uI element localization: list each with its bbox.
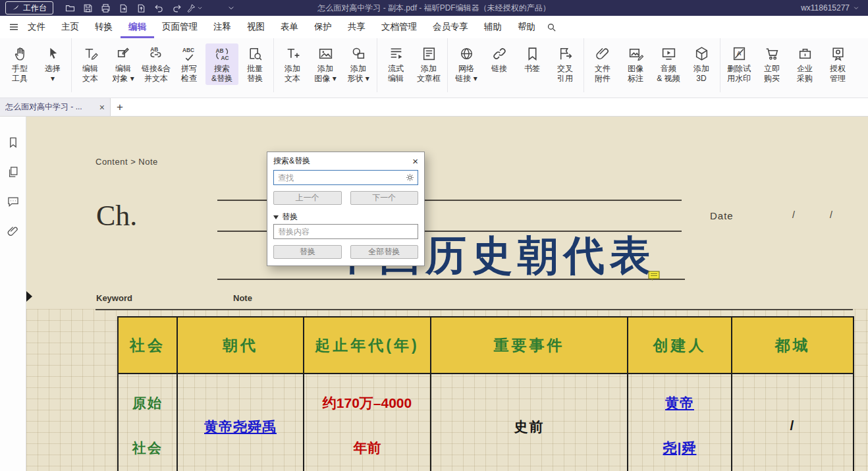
date-slash: / xyxy=(792,209,795,220)
undo-button[interactable] xyxy=(150,1,168,15)
ribbon-web-link[interactable]: 网络链接 ▾ xyxy=(450,43,483,85)
menu-comment[interactable]: 注释 xyxy=(205,16,239,38)
watermark-remove-icon xyxy=(731,45,747,62)
menu-accessibility[interactable]: 辅助 xyxy=(476,16,510,38)
dialog-titlebar[interactable]: 搜索&替换 × xyxy=(267,152,424,169)
ribbon-link-join-text[interactable]: 链接&合并文本 xyxy=(140,43,173,85)
find-options-button[interactable] xyxy=(404,172,416,183)
attachments-panel-icon[interactable] xyxy=(7,225,20,238)
ribbon-add-text[interactable]: 添加文本 xyxy=(276,43,309,85)
table-header-row: 社会 朝代 起止年代(年) 重要事件 创建人 都城 xyxy=(118,317,854,374)
customize-toolbar-dropdown[interactable] xyxy=(222,1,240,15)
hand-icon xyxy=(12,45,28,62)
ribbon-spell-check[interactable]: 拼写检查 xyxy=(173,43,205,85)
menu-member-exclusive[interactable]: 会员专享 xyxy=(425,16,476,38)
tab-close-button[interactable]: × xyxy=(99,103,105,112)
ribbon-item-label: 流式 xyxy=(388,64,404,74)
find-input[interactable] xyxy=(273,170,418,185)
menu-convert[interactable]: 转换 xyxy=(87,16,121,38)
menu-file[interactable]: 文件 xyxy=(20,16,53,38)
ribbon-item-label: 链接&合 xyxy=(142,64,171,74)
account-name: wx118615277 xyxy=(801,3,850,13)
ribbon-add-3d[interactable]: 添加3D xyxy=(685,43,718,85)
format-brush-icon xyxy=(186,3,196,14)
link-huangdi[interactable]: 黄帝 xyxy=(665,394,694,412)
link-huangdi-yaoshunyu[interactable]: 黄帝尧舜禹 xyxy=(204,418,277,436)
ribbon-item-label: 管理 xyxy=(830,74,846,84)
ribbon-bookmark[interactable]: 书签 xyxy=(516,43,549,75)
ribbon-add-image[interactable]: 添加图像 ▾ xyxy=(309,43,342,85)
replace-button[interactable]: 替换 xyxy=(273,245,342,259)
new-tab-button[interactable]: + xyxy=(111,98,129,116)
ribbon-search-replace[interactable]: 搜索&替换 xyxy=(205,43,238,85)
ribbon-add-article-box[interactable]: 添加文章框 xyxy=(412,43,445,85)
ribbon-item-label: 形状 ▾ xyxy=(347,74,369,84)
ribbon-select[interactable]: 选择▾ xyxy=(36,43,69,85)
ribbon-audio-video[interactable]: 音频& 视频 xyxy=(652,43,685,85)
replace-section-toggle[interactable]: 替换 xyxy=(273,211,418,223)
menu-help[interactable]: 帮助 xyxy=(510,16,543,38)
pdf-page: Content > Note Ch. Date / / 中国历史朝代表 Keyw… xyxy=(26,116,868,471)
ribbon-flow-edit[interactable]: 流式编辑 xyxy=(379,43,412,85)
redo-button[interactable] xyxy=(168,1,186,15)
upload-doc-icon xyxy=(136,3,147,14)
menu-form[interactable]: 表单 xyxy=(273,16,306,38)
pages-panel-icon[interactable] xyxy=(7,165,20,179)
ribbon-group-license: 删除试用水印 立即购买 企业采购 授权管理 xyxy=(720,38,856,92)
dialog-close-button[interactable]: × xyxy=(412,156,418,166)
workspace-button[interactable]: 工作台 xyxy=(5,1,53,14)
menu-share[interactable]: 共享 xyxy=(340,16,373,38)
menu-document-management[interactable]: 文档管理 xyxy=(373,16,425,38)
replace-input[interactable] xyxy=(273,224,418,239)
menu-view[interactable]: 视图 xyxy=(239,16,273,38)
link-yaoshun[interactable]: 尧|舜 xyxy=(663,439,697,457)
format-brush-button[interactable] xyxy=(186,1,203,15)
ribbon-remove-trial-watermark[interactable]: 删除试用水印 xyxy=(722,43,755,85)
tab-title: 怎么面对高中学习 - ... xyxy=(5,101,95,113)
menu-page-management[interactable]: 页面管理 xyxy=(154,16,205,38)
ribbon-batch-replace[interactable]: 批量替换 xyxy=(238,43,271,85)
document-tab[interactable]: 怎么面对高中学习 - ... × xyxy=(0,98,111,116)
article-box-icon xyxy=(421,45,437,62)
next-button[interactable]: 下一个 xyxy=(350,191,419,205)
comments-panel-icon[interactable] xyxy=(7,195,20,208)
save-button[interactable] xyxy=(79,1,97,15)
ribbon-item-label: 图像 xyxy=(628,64,643,74)
bookmark-icon xyxy=(524,45,541,62)
menu-edit[interactable]: 编辑 xyxy=(121,16,154,38)
hamburger-menu-icon[interactable] xyxy=(8,21,20,33)
ribbon-edit-text[interactable]: 编辑文本 xyxy=(74,43,107,85)
ribbon-buy-now[interactable]: 立即购买 xyxy=(755,43,788,85)
edit-object-icon xyxy=(115,45,132,62)
ribbon-item-label: 添加 xyxy=(693,64,709,74)
text-comment-annotation-icon[interactable] xyxy=(648,271,660,281)
ribbon-hand-tool[interactable]: 手型工具 xyxy=(3,43,36,85)
ribbon-file-attachment[interactable]: 文件附件 xyxy=(586,43,619,85)
ribbon-cross-reference[interactable]: 交叉引用 xyxy=(549,43,582,85)
previous-button[interactable]: 上一个 xyxy=(273,191,342,205)
export-button[interactable] xyxy=(115,1,132,15)
replace-all-button[interactable]: 全部替换 xyxy=(350,245,419,259)
ribbon-item-label: 添加 xyxy=(350,64,366,74)
bookmarks-panel-icon[interactable] xyxy=(7,136,20,149)
ribbon-add-shape[interactable]: 添加形状 ▾ xyxy=(342,43,375,85)
ribbon-enterprise-purchase[interactable]: 企业采购 xyxy=(788,43,821,85)
ribbon-link[interactable]: 链接 xyxy=(483,43,516,75)
share-doc-button[interactable] xyxy=(132,1,150,15)
menu-protect[interactable]: 保护 xyxy=(306,16,340,38)
panel-expand-handle[interactable] xyxy=(26,291,32,302)
ribbon-item-label: 采购 xyxy=(797,74,813,84)
print-button[interactable] xyxy=(97,1,115,15)
date-label: Date xyxy=(710,210,734,221)
account-menu[interactable]: wx118615277 xyxy=(801,3,860,13)
menu-home[interactable]: 主页 xyxy=(53,16,87,38)
open-file-button[interactable] xyxy=(61,1,79,15)
ribbon-group-links: 网络链接 ▾ 链接 书签 交叉引用 xyxy=(448,38,584,92)
capital-text: / xyxy=(790,418,796,433)
ribbon-edit-object[interactable]: 编辑对象 ▾ xyxy=(107,43,140,85)
col-header-period: 起止年代(年) xyxy=(304,317,431,374)
ribbon-license-management[interactable]: 授权管理 xyxy=(821,43,854,85)
search-icon[interactable] xyxy=(546,22,557,33)
ribbon-group-edit: 编辑文本 编辑对象 ▾ 链接&合并文本 拼写检查 搜索&替换 批量替换 xyxy=(72,38,274,92)
ribbon-image-annotation[interactable]: 图像标注 xyxy=(619,43,652,85)
